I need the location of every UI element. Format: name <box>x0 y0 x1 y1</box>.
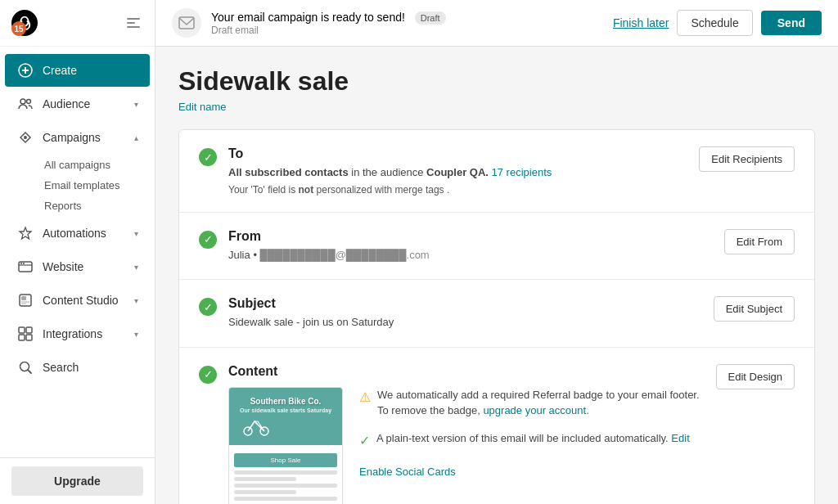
topbar-subtitle: Draft email <box>211 25 446 36</box>
email-preview-wrapper: Southern Bike Co. Our sidewalk sale star… <box>228 387 343 505</box>
sidebar-item-label-create: Create <box>43 64 138 77</box>
automations-chevron-icon: ▾ <box>134 229 138 238</box>
sidebar-item-search[interactable]: Search <box>5 351 150 384</box>
svg-rect-3 <box>127 18 140 20</box>
sidebar-item-create[interactable]: Create <box>5 54 150 87</box>
preview-company-name: Southern Bike Co. <box>240 397 331 406</box>
subject-check-icon: ✓ <box>199 298 217 316</box>
sidebar-item-campaigns[interactable]: Campaigns ▴ <box>5 121 150 154</box>
send-button[interactable]: Send <box>761 11 822 35</box>
svg-rect-17 <box>21 296 26 300</box>
page-title: Sidewalk sale <box>178 66 815 97</box>
sidebar-item-integrations[interactable]: Integrations ▾ <box>5 317 150 350</box>
topbar-text: Your email campaign is ready to send! Dr… <box>211 11 446 36</box>
content-section-action: Edit Design <box>716 364 795 389</box>
sidebar-item-audience[interactable]: Audience ▾ <box>5 88 150 120</box>
content-studio-icon <box>16 291 34 309</box>
from-dot: • <box>253 249 259 261</box>
plain-text-edit-link[interactable]: Edit <box>671 432 689 444</box>
from-email-masked: ██████████@████████.com <box>260 249 430 261</box>
svg-rect-20 <box>19 327 25 333</box>
from-name: Julia <box>228 249 250 261</box>
sidebar-item-label-search: Search <box>43 361 138 374</box>
sidebar-item-label-audience: Audience <box>43 97 134 110</box>
to-section-desc: All subscribed contacts in the audience … <box>228 164 687 181</box>
content-studio-chevron-icon: ▾ <box>134 296 138 305</box>
preview-line-1 <box>234 470 337 475</box>
automations-icon <box>16 224 34 242</box>
referral-note-text: We automatically add a required Referral… <box>377 387 705 419</box>
preview-body: Shop Sale <box>229 445 342 505</box>
svg-point-14 <box>20 263 22 264</box>
sidebar-item-label-integrations: Integrations <box>43 327 134 340</box>
subject-value: Sidewalk sale - join us on Saturday <box>228 314 702 331</box>
sidebar-item-label-content-studio: Content Studio <box>43 294 134 307</box>
to-section: ✓ To All subscribed contacts in the audi… <box>179 130 814 213</box>
schedule-button[interactable]: Schedule <box>677 10 752 36</box>
notification-badge: 15 <box>11 21 26 36</box>
integrations-icon <box>16 325 34 343</box>
edit-design-button[interactable]: Edit Design <box>716 364 795 389</box>
subject-section: ✓ Subject Sidewalk sale - join us on Sat… <box>179 280 814 348</box>
sidebar-item-automations[interactable]: Automations ▾ <box>5 217 150 250</box>
sidebar-footer: Upgrade <box>0 457 155 504</box>
edit-subject-button[interactable]: Edit Subject <box>714 296 795 322</box>
sidebar-item-website[interactable]: Website ▾ <box>5 250 150 283</box>
audience-chevron-icon: ▾ <box>134 100 138 109</box>
sidebar-item-content-studio[interactable]: Content Studio ▾ <box>5 284 150 317</box>
topbar-title-text: Your email campaign is ready to send! <box>211 11 405 24</box>
from-section: ✓ From Julia • ██████████@████████.com E… <box>179 213 814 281</box>
svg-line-25 <box>28 370 31 373</box>
subject-section-title: Subject <box>228 296 702 311</box>
subject-section-body: Subject Sidewalk sale - join us on Satur… <box>228 296 702 331</box>
plain-text-note-text: A plain-text version of this email will … <box>376 430 690 447</box>
draft-badge: Draft <box>415 11 446 25</box>
svg-point-11 <box>24 136 27 139</box>
content-section: ✓ Content Southern Bike Co. Our sidewalk… <box>179 348 814 505</box>
svg-point-2 <box>27 20 29 22</box>
edit-from-button[interactable]: Edit From <box>724 229 795 254</box>
topbar-left: Your email campaign is ready to send! Dr… <box>172 8 446 38</box>
to-section-body: To All subscribed contacts in the audien… <box>228 146 687 196</box>
sidebar-header: 15 <box>0 0 155 47</box>
preview-line-4 <box>234 490 296 494</box>
audience-icon <box>16 95 34 113</box>
sidebar-subitem-email-templates[interactable]: Email templates <box>38 175 155 196</box>
to-recipients-link[interactable]: 17 recipients <box>492 166 552 178</box>
plain-text-note: ✓ A plain-text version of this email wil… <box>359 430 705 451</box>
email-preview: Southern Bike Co. Our sidewalk sale star… <box>228 387 343 505</box>
sidebar-item-label-campaigns: Campaigns <box>43 131 134 144</box>
svg-point-15 <box>23 263 25 264</box>
content-section-title: Content <box>228 364 705 379</box>
finish-later-button[interactable]: Finish later <box>613 16 669 29</box>
content-notes: ⚠ We automatically add a required Referr… <box>359 387 705 478</box>
sidebar-subitem-reports[interactable]: Reports <box>38 196 155 216</box>
sidebar-toggle-button[interactable] <box>124 13 143 33</box>
website-icon <box>16 258 34 276</box>
from-section-title: From <box>228 229 713 244</box>
from-section-action: Edit From <box>724 229 795 254</box>
campaigns-chevron-icon: ▴ <box>134 133 138 142</box>
preview-tagline: Our sidewalk sale starts Saturday <box>240 407 331 413</box>
edit-recipients-button[interactable]: Edit Recipients <box>699 146 795 172</box>
upgrade-account-link[interactable]: upgrade your account. <box>483 404 588 416</box>
sidebar: 15 Create <box>0 0 155 504</box>
referral-badge-note: ⚠ We automatically add a required Referr… <box>359 387 705 419</box>
warning-icon: ⚠ <box>359 388 371 407</box>
enable-social-cards-link[interactable]: Enable Social Cards <box>359 466 456 478</box>
edit-name-link[interactable]: Edit name <box>178 101 227 113</box>
to-warning-suffix: personalized with merge tags . <box>317 184 450 196</box>
check-circle-icon: ✓ <box>359 431 370 451</box>
to-warning-not: not <box>299 184 314 196</box>
campaigns-icon <box>16 128 34 146</box>
sidebar-item-label-website: Website <box>43 260 134 273</box>
svg-point-10 <box>27 100 31 104</box>
create-icon <box>16 61 34 79</box>
topbar-right: Finish later Schedule Send <box>613 10 822 36</box>
sidebar-nav: Create Audience ▾ Ca <box>0 47 155 457</box>
sidebar-subitem-all-campaigns[interactable]: All campaigns <box>38 155 155 175</box>
upgrade-button[interactable]: Upgrade <box>11 466 143 496</box>
content-section-body: Content Southern Bike Co. Our sidewalk s… <box>228 364 705 505</box>
topbar: Your email campaign is ready to send! Dr… <box>155 0 838 47</box>
preview-line-3 <box>234 484 337 488</box>
